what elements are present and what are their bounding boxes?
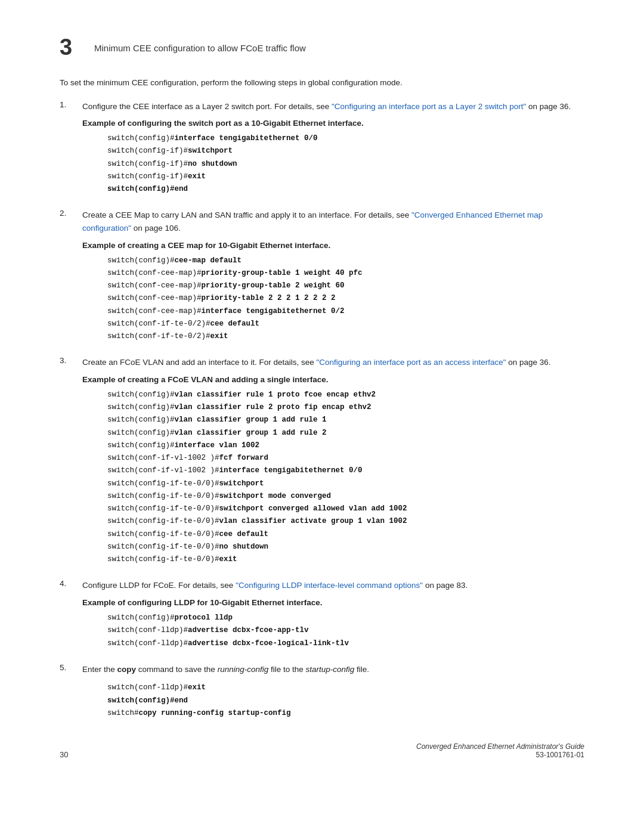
page-footer: 30 Converged Enhanced Ethernet Administr… <box>60 742 584 759</box>
step-1-num: 1. <box>60 100 82 109</box>
step-1-example-label: Example of configuring the switch port a… <box>82 119 584 128</box>
step-1-link[interactable]: "Configuring an interface port as a Laye… <box>332 102 526 111</box>
step-4-num: 4. <box>60 579 82 588</box>
footer-doc-info: Converged Enhanced Ethernet Administrato… <box>416 742 584 759</box>
step-2-num: 2. <box>60 209 82 218</box>
step-5-row: 5. Enter the copy command to save the ru… <box>60 663 584 676</box>
step-4-row: 4. Configure LLDP for FCoE. For details,… <box>60 579 584 592</box>
step-3-block: 3. Create an FCoE VLAN and add an interf… <box>60 356 584 566</box>
footer-title: Converged Enhanced Ethernet Administrato… <box>416 742 584 751</box>
step-4-code: switch(config)#protocol lldp switch(conf… <box>107 612 584 650</box>
step-5-num: 5. <box>60 663 82 672</box>
step-2-block: 2. Create a CEE Map to carry LAN and SAN… <box>60 209 584 343</box>
step-3-num: 3. <box>60 356 82 365</box>
step-4-example-label: Example of configuring LLDP for 10-Gigab… <box>82 598 584 607</box>
step-4-content: Configure LLDP for FCoE. For details, se… <box>82 579 584 592</box>
step-5-code: switch(conf-lldp)#exit switch(config)#en… <box>107 682 584 720</box>
step-5-block: 5. Enter the copy command to save the ru… <box>60 663 584 720</box>
step-4-link[interactable]: "Configuring LLDP interface-level comman… <box>236 581 423 590</box>
step-5-content: Enter the copy command to save the runni… <box>82 663 584 676</box>
page: 3 Minimum CEE configuration to allow FCo… <box>0 0 644 781</box>
step-1-block: 1. Configure the CEE interface as a Laye… <box>60 100 584 196</box>
page-header: 3 Minimum CEE configuration to allow FCo… <box>60 36 584 58</box>
step-2-content: Create a CEE Map to carry LAN and SAN tr… <box>82 209 584 234</box>
step-3-example-label: Example of creating a FCoE VLAN and addi… <box>82 375 584 384</box>
step-2-link[interactable]: "Converged Enhanced Ethernet map configu… <box>82 210 543 233</box>
step-2-code: switch(config)#cee-map default switch(co… <box>107 255 584 343</box>
step-1-content: Configure the CEE interface as a Layer 2… <box>82 100 584 113</box>
step-3-content: Create an FCoE VLAN and add an interface… <box>82 356 584 369</box>
step-2-example-label: Example of creating a CEE map for 10-Gig… <box>82 241 584 250</box>
step-3-link[interactable]: "Configuring an interface port as an acc… <box>316 358 506 367</box>
intro-paragraph: To set the minimum CEE configuration, pe… <box>60 76 584 89</box>
step-3-code: switch(config)#vlan classifier rule 1 pr… <box>107 389 584 566</box>
step-1-code: switch(config)#interface tengigabitether… <box>107 132 584 196</box>
chapter-number: 3 <box>60 36 83 58</box>
chapter-title: Minimum CEE configuration to allow FCoE … <box>94 36 306 53</box>
step-3-row: 3. Create an FCoE VLAN and add an interf… <box>60 356 584 369</box>
step-2-row: 2. Create a CEE Map to carry LAN and SAN… <box>60 209 584 234</box>
step-4-block: 4. Configure LLDP for FCoE. For details,… <box>60 579 584 649</box>
footer-doc-num: 53-1001761-01 <box>416 751 584 759</box>
step-1-row: 1. Configure the CEE interface as a Laye… <box>60 100 584 113</box>
footer-page-number: 30 <box>60 750 68 759</box>
